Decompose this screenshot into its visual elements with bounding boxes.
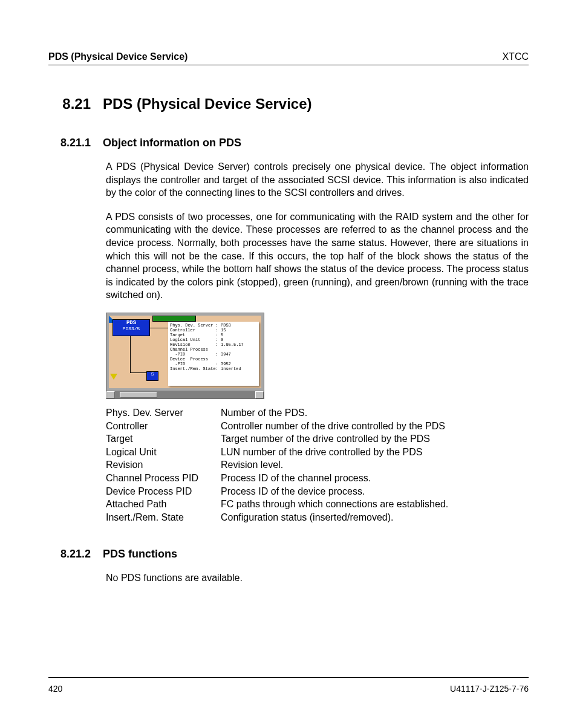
definition-row: Phys. Dev. Server Number of the PDS.	[106, 406, 529, 420]
tooltip-row: Revision : 1.05.5.17	[170, 342, 257, 347]
connector-line	[130, 372, 148, 373]
definition-term: Insert./Rem. State	[106, 511, 221, 524]
definition-row: Attached Path FC paths through which con…	[106, 498, 529, 511]
definition-desc: FC paths through which connections are e…	[221, 498, 448, 511]
definition-row: Insert./Rem. State Configuration status …	[106, 511, 529, 524]
definition-desc: Process ID of the channel process.	[221, 472, 371, 485]
subsection-1-heading: 8.21.1 Object information on PDS	[48, 137, 529, 149]
definitions-table: Phys. Dev. Server Number of the PDS. Con…	[106, 406, 529, 524]
tooltip-row: Target : 5	[170, 333, 257, 337]
sub2-para1: No PDS functions are available.	[106, 571, 529, 585]
connector-line	[130, 336, 131, 372]
small-block: S	[146, 371, 158, 381]
pds-block-top-label: PDS	[113, 320, 149, 326]
tooltip-row: Controller : 15	[170, 328, 257, 333]
green-bar	[152, 316, 196, 322]
tooltip-row: Channel Process	[170, 347, 257, 352]
arrow-down-icon	[110, 374, 117, 380]
definition-term: Target	[106, 432, 221, 446]
connector-line	[150, 328, 168, 328]
subsection-2-heading: 8.21.2 PDS functions	[48, 548, 529, 561]
definition-desc: Configuration status (inserted/removed).	[221, 511, 393, 524]
header-right: XTCC	[502, 51, 529, 62]
definition-row: Device Process PID Process ID of the dev…	[106, 485, 529, 498]
definition-term: Device Process PID	[106, 485, 221, 498]
subsection-2-number: 8.21.2	[48, 548, 91, 561]
section-number: 8.21	[48, 96, 91, 112]
scrollbar-track[interactable]	[115, 391, 255, 398]
section-title: PDS (Physical Device Service)	[103, 96, 312, 112]
scrollbar-thumb[interactable]	[120, 392, 157, 398]
header-left: PDS (Physical Device Service)	[48, 51, 187, 62]
definition-desc: Target number of the drive controlled by…	[221, 432, 430, 446]
definition-term: Channel Process PID	[106, 472, 221, 485]
definition-term: Attached Path	[106, 498, 221, 511]
subsection-2-title: PDS functions	[103, 548, 177, 561]
tooltip-row: Device Process	[170, 357, 257, 362]
definition-desc: Revision level.	[221, 458, 283, 472]
sub1-para1: A PDS (Physical Device Server) controls …	[106, 160, 529, 200]
definition-desc: Process ID of the device process.	[221, 485, 365, 498]
definition-row: Logical Unit LUN number of the drive con…	[106, 446, 529, 459]
subsection-1-title: Object information on PDS	[103, 137, 241, 149]
pds-tooltip: Phys. Dev. Server : PDS3 Controller : 15…	[168, 322, 259, 386]
definition-row: Controller Controller number of the driv…	[106, 420, 529, 433]
definition-row: Channel Process PID Process ID of the ch…	[106, 472, 529, 485]
tooltip-row: Logical Unit : 0	[170, 337, 257, 342]
pds-block: PDS PDS3/5	[112, 319, 150, 336]
definition-row: Revision Revision level.	[106, 458, 529, 472]
page-header: PDS (Physical Device Service) XTCC	[48, 51, 529, 65]
page-footer: 420 U41117-J-Z125-7-76	[48, 677, 529, 694]
diagram-canvas: PDS PDS3/5 S Phys. Dev. Server : PDS3 Co…	[109, 316, 261, 388]
definition-desc: Controller number of the drive controlle…	[221, 420, 445, 433]
scrollbar-right-button[interactable]	[255, 391, 264, 398]
pds-block-bottom-label: PDS3/5	[113, 326, 149, 331]
definition-term: Phys. Dev. Server	[106, 406, 221, 420]
sub1-para2: A PDS consists of two processes, one for…	[106, 210, 529, 302]
tooltip-row: -PID : 3947	[170, 352, 257, 357]
tooltip-row: -PID : 3952	[170, 362, 257, 366]
definition-term: Controller	[106, 420, 221, 433]
subsection-1-number: 8.21.1	[48, 137, 91, 149]
definition-row: Target Target number of the drive contro…	[106, 432, 529, 446]
section-heading: 8.21 PDS (Physical Device Service)	[48, 96, 529, 112]
scrollbar-left-button[interactable]	[106, 391, 115, 398]
page-number: 420	[48, 684, 62, 694]
scrollbar[interactable]	[106, 391, 264, 398]
definition-desc: Number of the PDS.	[221, 406, 307, 420]
pds-diagram: PDS PDS3/5 S Phys. Dev. Server : PDS3 Co…	[106, 313, 264, 399]
definition-term: Logical Unit	[106, 446, 221, 459]
tooltip-row: Phys. Dev. Server : PDS3	[170, 323, 257, 328]
tooltip-row: Insert./Rem. State: inserted	[170, 366, 257, 371]
definition-desc: LUN number of the drive controlled by th…	[221, 446, 423, 459]
doc-id: U41117-J-Z125-7-76	[450, 684, 529, 694]
definition-term: Revision	[106, 458, 221, 472]
